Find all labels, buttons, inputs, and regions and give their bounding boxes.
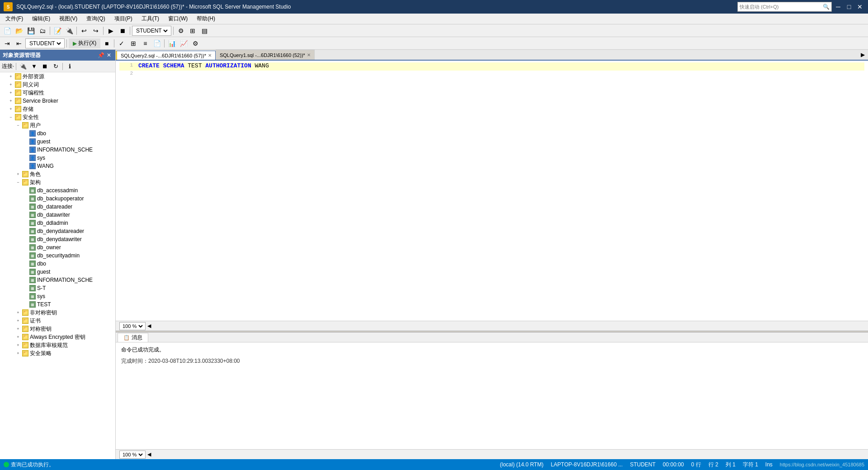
tree-item-schema-db-ddladmin[interactable]: ▦ db_ddladmin [0,219,115,227]
tree-item-schemas-folder[interactable]: − 📁 架构 [0,178,115,186]
properties-btn[interactable]: ⚙ [175,26,186,36]
tree-item-schema-st[interactable]: ▦ S-T [0,284,115,292]
db-selector-2[interactable]: STUDENT [25,38,65,48]
result-grid-btn[interactable]: ⊞ [128,38,139,48]
tree-item-schema-db-accessadmin[interactable]: ▦ db_accessadmin [0,186,115,195]
undo-btn[interactable]: ↩ [79,26,90,36]
results-zoom-dropdown[interactable]: 100 % [119,451,146,459]
expander-users-folder[interactable]: − [14,123,22,128]
expander-db-audit[interactable]: + [14,343,22,347]
debug-btn[interactable]: ▶ [105,26,116,36]
redo-btn[interactable]: ↪ [90,26,101,36]
db-select-2[interactable]: STUDENT [28,40,62,47]
tree-item-users-folder[interactable]: − 📁 用户 [0,121,115,129]
menu-view[interactable]: 视图(V) [56,14,81,24]
zoom-down-icon[interactable]: ◀ [147,323,151,329]
layout-btn[interactable]: ▤ [199,26,210,36]
expander-foreign-resources[interactable]: + [7,74,14,79]
tree-item-schema-db-denydatareader[interactable]: ▦ db_denydatareader [0,227,115,235]
tab-add-button[interactable]: ▶ [857,50,868,60]
oe-refresh-btn[interactable]: ↻ [51,62,61,71]
connect-btn[interactable]: 🔌 [64,26,75,36]
close-button[interactable]: ✕ [855,2,864,11]
tree-item-schema-dbo[interactable]: ▦ dbo [0,260,115,268]
editor-zoom-dropdown[interactable]: 100 % [119,322,146,330]
tree-item-user-wang[interactable]: 👤 WANG [0,162,115,170]
menu-tools[interactable]: 工具(T) [138,14,163,24]
tree-item-schema-guest[interactable]: ▦ guest [0,268,115,276]
tree-item-security[interactable]: − 📁 安全性 [0,113,115,121]
minimize-button[interactable]: ─ [834,2,843,11]
tree-item-asymmetric-keys[interactable]: + 📁 非对称密钥 [0,309,115,317]
editor-area[interactable]: 1 CREATE SCHEMA TEST AUTHORIZATION WANG [116,61,868,321]
expander-security-policies[interactable]: + [14,351,22,356]
expander-certificates[interactable]: + [14,318,22,323]
include-client-stats-btn[interactable]: 📈 [178,38,189,48]
tree-item-user-info-schema[interactable]: 👤 INFORMATION_SCHE [0,146,115,154]
oe-summary-btn[interactable]: ℹ [65,62,75,71]
tree-item-service-broker[interactable]: + 📁 Service Broker [0,97,115,105]
tree-item-foreign-resources[interactable]: + 📁 外部资源 [0,72,115,81]
save-btn[interactable]: 💾 [25,26,36,36]
expander-roles-folder[interactable]: + [14,172,22,176]
outdent-btn[interactable]: ⇤ [14,38,24,48]
new-query-btn2[interactable]: 📝 [52,26,63,36]
result-file-btn[interactable]: 📄 [151,38,162,48]
stop-execute-btn[interactable]: ■ [101,38,112,48]
tree-item-security-policies[interactable]: + 📁 安全策略 [0,349,115,357]
results-zoom-down-icon[interactable]: ◀ [147,451,151,457]
maximize-button[interactable]: □ [844,2,854,11]
editor-zoom-select[interactable]: 100 % [121,323,144,329]
expander-schemas-folder[interactable]: − [14,180,22,185]
grid-btn[interactable]: ⊞ [187,26,198,36]
oe-close-btn[interactable]: ✕ [105,52,113,59]
oe-pin-btn[interactable]: 📌 [97,52,104,59]
oe-connect-label[interactable]: 连接· [2,62,14,70]
tree-item-schema-test[interactable]: ▦ TEST [0,300,115,309]
tree-item-schema-db-securityadmin[interactable]: ▦ db_securityadmin [0,252,115,260]
tree-item-schema-db-owner[interactable]: ▦ db_owner [0,243,115,252]
tree-item-certificates[interactable]: + 📁 证书 [0,317,115,325]
tree-item-synonyms[interactable]: + 📁 同义词 [0,81,115,89]
tree-item-programmability[interactable]: + 📁 可编程性 [0,89,115,97]
tree-item-always-encrypted[interactable]: + 📁 Always Encrypted 密钥 [0,333,115,341]
tree-item-schema-db-backupoperator[interactable]: ▦ db_backupoperator [0,195,115,203]
tree-item-roles-folder[interactable]: + 📁 角色 [0,170,115,178]
expander-synonyms[interactable]: + [7,82,14,87]
menu-file[interactable]: 文件(F) [2,14,27,24]
tree-item-schema-db-denydatawriter[interactable]: ▦ db_denydatawriter [0,235,115,243]
tab-sqlquery1[interactable]: SQLQuery1.sql -...6DJR1\61660 (52))* ✕ [216,50,315,60]
tab-sqlquery1-close[interactable]: ✕ [307,52,311,57]
menu-window[interactable]: 窗口(W) [165,14,191,24]
menu-query[interactable]: 查询(Q) [83,14,108,24]
query-options-btn[interactable]: ⚙ [190,38,201,48]
oe-filter-btn[interactable]: ▼ [29,62,39,71]
indent-btn[interactable]: ⇥ [2,38,13,48]
tree-item-schema-db-datawriter[interactable]: ▦ db_datawriter [0,211,115,219]
oe-stop-btn[interactable]: ⏹ [40,62,50,71]
check-syntax-btn[interactable]: ✓ [116,38,127,48]
tab-sqlquery2-close[interactable]: ✕ [208,53,212,58]
expander-programmability[interactable]: + [7,90,14,95]
tree-item-symmetric-keys[interactable]: + 📁 对称密钥 [0,325,115,333]
tree-item-user-guest[interactable]: 👤 guest [0,138,115,146]
tree-item-schema-db-datareader[interactable]: ▦ db_datareader [0,203,115,211]
menu-edit[interactable]: 编辑(E) [28,14,54,24]
results-tab-messages[interactable]: 📋 消息 [118,333,148,342]
oe-disconnect-btn[interactable]: 🔌 [18,62,28,71]
db-selector[interactable]: STUDENT [132,26,171,36]
expander-storage[interactable]: + [7,107,14,111]
tree-item-user-sys[interactable]: 👤 sys [0,154,115,162]
result-text-btn[interactable]: ≡ [140,38,151,48]
expander-always-encrypted[interactable]: + [14,335,22,339]
stop-btn[interactable]: ⏹ [117,26,128,36]
tree-item-schema-sys[interactable]: ▦ sys [0,292,115,300]
menu-project[interactable]: 项目(P) [111,14,136,24]
tree-item-user-dbo[interactable]: 👤 dbo [0,129,115,138]
results-zoom-select[interactable]: 100 % [121,451,144,458]
new-query-btn[interactable]: 📄 [2,26,13,36]
quick-search-input[interactable] [740,4,821,9]
save-all-btn[interactable]: 🗂 [37,26,48,36]
expander-service-broker[interactable]: + [7,99,14,103]
execute-btn[interactable]: ▶ 执行(X) [69,38,100,48]
